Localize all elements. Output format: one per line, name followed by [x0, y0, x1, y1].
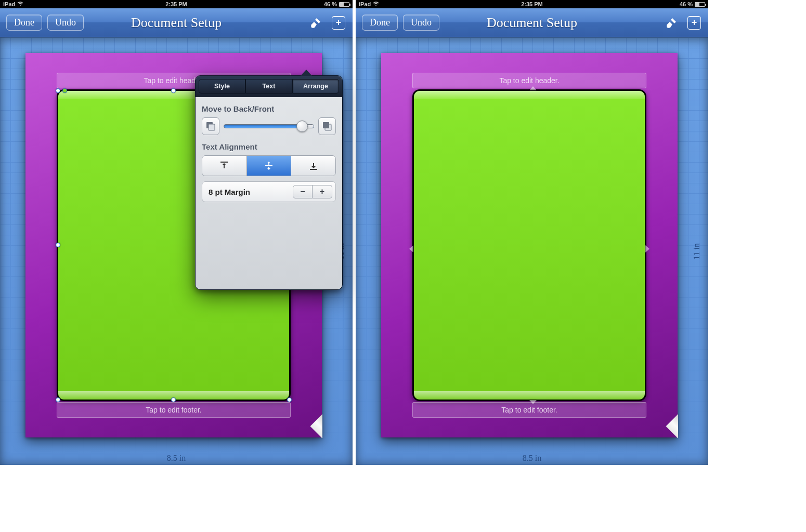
move-to-front-button[interactable]: [318, 117, 336, 135]
done-button[interactable]: Done: [6, 15, 42, 31]
toolbar: Done Undo Document Setup +: [356, 8, 708, 37]
page-title: Document Setup: [487, 15, 577, 31]
margin-guide-left-icon[interactable]: [409, 245, 413, 252]
battery-pct: 46 %: [324, 1, 337, 7]
battery-icon: [339, 2, 349, 7]
undo-button[interactable]: Undo: [403, 15, 439, 31]
canvas[interactable]: Tap to edit header. Tap to edit footer.: [0, 37, 353, 465]
margin-row: 8 pt Margin − +: [202, 181, 336, 202]
align-middle-button[interactable]: [247, 156, 292, 176]
plus-icon: +: [687, 16, 701, 30]
selection-handle[interactable]: [171, 397, 176, 402]
selection-handle[interactable]: [56, 243, 60, 247]
margin-guide-top-icon[interactable]: [529, 86, 537, 90]
add-button[interactable]: +: [331, 15, 346, 31]
clock: 2:35 PM: [165, 1, 187, 7]
toolbar: Done Undo Document Setup +: [0, 8, 353, 37]
device-label: iPad: [359, 1, 371, 7]
selection-handle[interactable]: [56, 88, 60, 93]
width-ruler-label: 8.5 in: [523, 454, 541, 463]
document-page[interactable]: Tap to edit header. Tap to edit footer.: [381, 53, 678, 437]
svg-rect-3: [323, 122, 329, 128]
undo-button[interactable]: Undo: [47, 15, 84, 31]
page-title: Document Setup: [131, 15, 222, 31]
left-screenshot: iPad 2:35 PM 46 % Done Undo Document Set…: [0, 0, 353, 465]
width-ruler-label: 8.5 in: [167, 454, 186, 463]
device-label: iPad: [3, 1, 15, 7]
z-order-slider[interactable]: [224, 119, 314, 133]
done-button[interactable]: Done: [362, 15, 398, 31]
page-curl-icon: [654, 414, 678, 438]
align-top-button[interactable]: [202, 156, 247, 176]
page-curl-icon: [298, 414, 322, 438]
battery-pct: 46 %: [680, 1, 693, 7]
tab-text[interactable]: Text: [245, 79, 292, 94]
slider-thumb[interactable]: [296, 121, 308, 132]
svg-rect-1: [209, 124, 215, 130]
wifi-icon: [373, 1, 379, 7]
wifi-icon: [17, 1, 23, 7]
tab-arrange[interactable]: Arrange: [292, 79, 339, 94]
selection-handle[interactable]: [56, 397, 60, 402]
body-shape[interactable]: [412, 89, 646, 401]
status-bar: iPad 2:35 PM 46 %: [356, 0, 708, 8]
stepper-minus-button[interactable]: −: [293, 185, 313, 198]
inspector-popover: Style Text Arrange Move to Back/Front: [195, 75, 343, 290]
clock: 2:35 PM: [521, 1, 543, 7]
margin-stepper: − +: [293, 185, 332, 198]
footer-field[interactable]: Tap to edit footer.: [412, 402, 646, 418]
selection-handle[interactable]: [171, 88, 176, 93]
battery-icon: [695, 2, 705, 7]
selection-handle[interactable]: [287, 397, 292, 402]
add-button[interactable]: +: [686, 15, 702, 31]
margin-label: 8 pt Margin: [209, 188, 293, 196]
plus-icon: +: [332, 16, 345, 30]
margin-guide-right-icon[interactable]: [645, 245, 649, 252]
tab-style[interactable]: Style: [199, 79, 245, 94]
text-alignment-label: Text Alignment: [202, 142, 336, 151]
paintbrush-icon[interactable]: [308, 15, 323, 31]
selection-handle[interactable]: [62, 88, 67, 93]
footer-field[interactable]: Tap to edit footer.: [57, 402, 291, 418]
align-bottom-button[interactable]: [291, 156, 335, 176]
height-ruler-label: 11 in: [692, 243, 701, 260]
canvas[interactable]: Tap to edit header. Tap to edit footer. …: [356, 37, 708, 465]
status-bar: iPad 2:35 PM 46 %: [0, 0, 353, 8]
move-backfront-label: Move to Back/Front: [202, 104, 336, 113]
move-to-back-button[interactable]: [202, 117, 219, 135]
right-screenshot: iPad 2:35 PM 46 % Done Undo Document Set…: [356, 0, 708, 465]
inspector-tabs: Style Text Arrange: [196, 76, 342, 97]
paintbrush-icon[interactable]: [664, 15, 679, 31]
stepper-plus-button[interactable]: +: [313, 185, 332, 198]
